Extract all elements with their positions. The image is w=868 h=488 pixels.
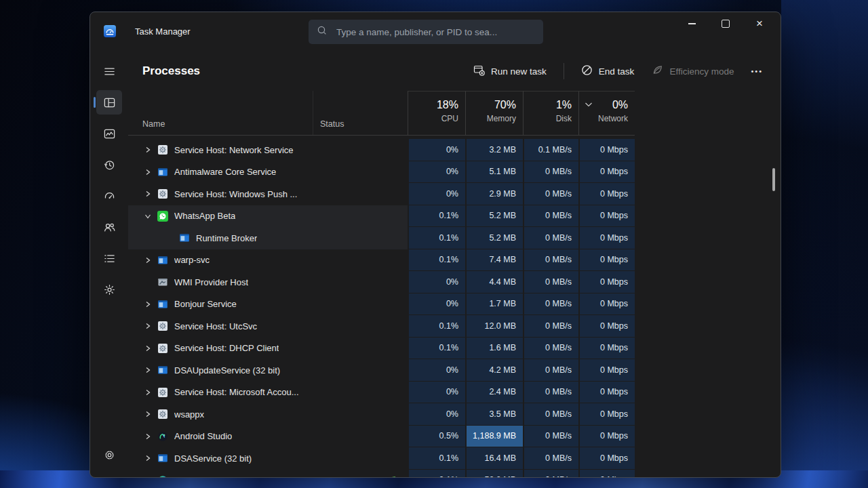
startup-apps-icon <box>96 184 122 208</box>
chevron-right-icon[interactable] <box>144 322 152 330</box>
sidebar-item-settings[interactable] <box>90 439 128 470</box>
process-memory-value: 4.4 MB <box>465 271 523 293</box>
column-header-name[interactable]: Name <box>128 91 313 135</box>
process-status-cell <box>313 249 408 272</box>
column-header-cpu[interactable]: 18% CPU <box>408 91 465 135</box>
process-name-cell: Bonjour Service <box>128 293 313 316</box>
process-status-cell <box>313 447 408 470</box>
sidebar-item-services[interactable] <box>90 274 128 305</box>
chevron-right-icon[interactable] <box>144 476 152 478</box>
column-header-disk[interactable]: 1% Disk <box>523 91 578 135</box>
process-name: DSAUpdateService (32 bit) <box>174 365 280 375</box>
settings-gear-icon <box>96 443 122 467</box>
search-placeholder: Type a name, publisher, or PID to sea... <box>336 27 497 37</box>
chevron-right-icon[interactable] <box>144 300 152 308</box>
run-new-task-button[interactable]: Run new task <box>467 60 553 83</box>
chevron-down-icon[interactable] <box>144 212 152 220</box>
chevron-right-icon[interactable] <box>144 454 152 462</box>
process-row[interactable]: Service Host: UtcSvc0.1%12.0 MB0 MB/s0 M… <box>128 315 635 338</box>
process-status-cell <box>313 382 408 404</box>
window-app-icon <box>157 255 168 266</box>
minimize-button[interactable] <box>675 12 709 35</box>
minimize-icon <box>688 23 696 24</box>
process-memory-value: 3.5 MB <box>465 403 523 426</box>
process-cpu-value: 0% <box>408 139 465 161</box>
close-button[interactable]: × <box>743 12 776 35</box>
process-name-cell: warp-svc <box>128 249 313 272</box>
cpu-total-percent: 18% <box>437 99 458 111</box>
process-row[interactable]: warp-svc0.1%7.4 MB0 MB/s0 Mbps <box>128 249 635 272</box>
process-status-cell <box>313 205 408 228</box>
process-cpu-value: 0% <box>408 382 465 404</box>
process-name: Microsoft Edge <box>174 475 233 478</box>
process-status-cell <box>313 139 408 161</box>
column-header-memory[interactable]: 70% Memory <box>465 91 523 135</box>
process-row[interactable]: Runtime Broker0.1%5.2 MB0 MB/s0 Mbps <box>128 227 635 249</box>
column-header-status[interactable]: Status <box>313 91 408 135</box>
chevron-right-icon[interactable] <box>144 256 152 264</box>
chevron-right-icon[interactable] <box>144 366 152 374</box>
chevron-right-icon[interactable] <box>144 410 152 418</box>
process-row[interactable]: WhatsApp Beta0.1%5.2 MB0 MB/s0 Mbps <box>128 205 635 228</box>
process-row[interactable]: DSAUpdateService (32 bit)0%4.2 MB0 MB/s0… <box>128 359 635 382</box>
process-cpu-value: 0% <box>408 161 465 184</box>
process-row[interactable]: Bonjour Service0%1.7 MB0 MB/s0 Mbps <box>128 293 635 316</box>
sidebar-item-menu[interactable] <box>90 56 128 87</box>
maximize-button[interactable] <box>709 12 743 35</box>
sidebar-item-users[interactable] <box>90 211 128 243</box>
process-memory-value: 7.4 MB <box>465 249 523 272</box>
process-row[interactable]: Microsoft Edge0.1%52.0 MB0 MB/s0 Mbps <box>128 470 635 479</box>
service-host-icon <box>157 188 168 199</box>
process-name: Service Host: Network Service <box>174 145 294 155</box>
sidebar-item-processes[interactable] <box>90 87 128 118</box>
process-row[interactable]: DSAService (32 bit)0.1%16.4 MB0 MB/s0 Mb… <box>128 447 635 470</box>
process-row[interactable]: Antimalware Core Service0%5.1 MB0 MB/s0 … <box>128 161 635 184</box>
wallpaper-ribbon-right <box>781 0 868 488</box>
toolbar-divider <box>564 63 564 79</box>
process-cpu-value: 0% <box>408 293 465 316</box>
sidebar-item-details[interactable] <box>90 243 128 274</box>
process-row[interactable]: wsappx0%3.5 MB0 MB/s0 Mbps <box>128 403 635 426</box>
process-row[interactable]: Service Host: DHCP Client0.1%1.6 MB0 MB/… <box>128 338 635 360</box>
window-app-icon <box>157 365 168 375</box>
process-row[interactable]: Service Host: Network Service0%3.2 MB0.1… <box>128 139 635 161</box>
process-name: Service Host: Microsoft Accou... <box>174 387 299 397</box>
vertical-scrollbar[interactable] <box>772 168 775 191</box>
process-disk-value: 0 MB/s <box>523 338 578 360</box>
process-network-value: 0 Mbps <box>578 470 635 479</box>
efficiency-mode-button[interactable]: Efficiency mode <box>645 60 741 83</box>
chevron-right-icon[interactable] <box>144 146 152 154</box>
search-input[interactable]: Type a name, publisher, or PID to sea... <box>309 20 543 44</box>
run-new-task-icon <box>473 64 485 78</box>
process-row[interactable]: Service Host: Microsoft Accou...0%2.4 MB… <box>128 382 635 404</box>
chevron-right-icon[interactable] <box>144 190 152 198</box>
process-name: Service Host: DHCP Client <box>174 343 279 353</box>
service-host-icon <box>157 321 168 331</box>
more-options-button[interactable]: ••• <box>745 62 769 80</box>
process-name: WhatsApp Beta <box>174 211 235 221</box>
process-disk-value: 0 MB/s <box>523 403 578 426</box>
process-row[interactable]: Service Host: Windows Push ...0%2.9 MB0 … <box>128 183 635 205</box>
process-row[interactable]: WMI Provider Host0%4.4 MB0 MB/s0 Mbps <box>128 271 635 293</box>
efficiency-mode-label: Efficiency mode <box>669 66 734 77</box>
process-row[interactable]: Android Studio0.5%1,188.9 MB0 MB/s0 Mbps <box>128 426 635 448</box>
sidebar-item-app-history[interactable] <box>90 149 128 180</box>
process-disk-value: 0 MB/s <box>523 161 578 184</box>
process-name: Android Studio <box>174 431 232 441</box>
process-network-value: 0 Mbps <box>578 315 635 338</box>
chevron-right-icon[interactable] <box>144 344 152 352</box>
sidebar-item-performance[interactable] <box>90 118 128 149</box>
process-disk-value: 0 MB/s <box>523 293 578 316</box>
titlebar[interactable]: Task Manager Type a name, publisher, or … <box>90 12 781 52</box>
process-cpu-value: 0.1% <box>408 315 465 338</box>
sidebar-item-startup-apps[interactable] <box>90 180 128 211</box>
chevron-right-icon[interactable] <box>144 388 152 396</box>
chevron-right-icon[interactable] <box>144 168 152 176</box>
process-cpu-value: 0% <box>408 183 465 205</box>
process-memory-value: 1,188.9 MB <box>465 426 523 448</box>
column-header-network[interactable]: 0% Network <box>578 91 635 135</box>
chevron-right-icon[interactable] <box>144 432 152 441</box>
process-network-value: 0 Mbps <box>578 205 635 228</box>
end-task-button[interactable]: End task <box>574 60 642 83</box>
process-name-cell: Service Host: DHCP Client <box>128 338 313 360</box>
